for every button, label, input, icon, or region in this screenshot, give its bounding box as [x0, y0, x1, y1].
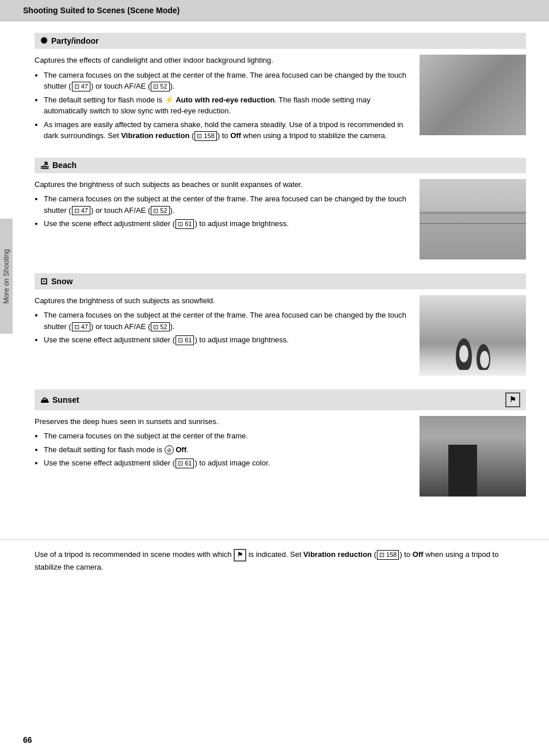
- page-number: 66: [23, 735, 32, 744]
- vibration-reduction-label: Vibration reduction: [121, 131, 189, 140]
- ref-box: ⊡ 47: [72, 206, 90, 215]
- section-header-snow: ⊡ Snow: [35, 273, 526, 289]
- header-title: Shooting Suited to Scenes (Scene Mode): [23, 6, 180, 15]
- party-content: Captures the effects of candlelight and …: [35, 55, 526, 144]
- sunset-title-row: ⛰ Sunset: [40, 395, 79, 404]
- snow-content: Captures the brightness of such subjects…: [35, 295, 526, 376]
- party-bullet-1: The camera focuses on the subject at the…: [44, 70, 410, 92]
- flash-off-circle-icon: ⊘: [165, 445, 174, 455]
- sunset-text: Preserves the deep hues seen in sunsets …: [35, 416, 410, 471]
- beach-bullet-2: Use the scene effect adjustment slider (…: [44, 218, 410, 230]
- sunset-icon: ⛰: [40, 395, 49, 404]
- party-title: Party/indoor: [51, 36, 98, 45]
- building-silhouette: [448, 445, 477, 497]
- sunset-image-inner: [420, 416, 526, 497]
- beach-intro: Captures the brightness of such subjects…: [35, 179, 410, 190]
- page-header: Shooting Suited to Scenes (Scene Mode): [0, 0, 549, 21]
- ref-box: ⊡ 52: [151, 322, 169, 331]
- bottom-note: Use of a tripod is recommended in scene …: [35, 549, 526, 574]
- penguin-1: [456, 338, 472, 370]
- ref-box: ⊡ 61: [176, 459, 194, 468]
- beach-bullet-1: The camera focuses on the subject at the…: [44, 193, 410, 216]
- off-label: Off: [230, 131, 241, 140]
- sunset-bullets: The camera focuses on the subject at the…: [35, 430, 410, 469]
- beach-icon: 🏖: [40, 161, 49, 170]
- ref-box: ⊡ 47: [72, 82, 90, 91]
- section-header-beach: 🏖 Beach: [35, 158, 526, 173]
- main-content: ✺ Party/indoor Captures the effects of c…: [0, 21, 549, 522]
- ref-box: ⊡ 61: [176, 219, 194, 228]
- snow-image: [420, 295, 526, 376]
- beach-image-inner: [420, 179, 526, 259]
- tripod-warning-icon: ⚑: [505, 392, 520, 407]
- section-sunset: ⛰ Sunset ⚑ Preserves the deep hues seen …: [35, 390, 526, 497]
- beach-image: [420, 179, 526, 259]
- snow-bullet-2: Use the scene effect adjustment slider (…: [44, 334, 410, 346]
- ref-box: ⊡ 52: [151, 82, 169, 91]
- party-bullet-3: As images are easily affected by camera …: [44, 119, 410, 142]
- section-snow: ⊡ Snow Captures the brightness of such s…: [35, 273, 526, 376]
- party-icon: ✺: [40, 36, 48, 46]
- footer-off-label: Off: [413, 550, 424, 559]
- party-bullet-2: The default setting for flash mode is ⚡ …: [44, 94, 410, 117]
- sunset-image: [420, 416, 526, 497]
- party-image: [420, 55, 526, 135]
- snow-bullets: The camera focuses on the subject at the…: [35, 310, 410, 346]
- beach-text: Captures the brightness of such subjects…: [35, 179, 410, 232]
- snow-text: Captures the brightness of such subjects…: [35, 295, 410, 348]
- section-beach: 🏖 Beach Captures the brightness of such …: [35, 158, 526, 259]
- beach-title: Beach: [52, 161, 77, 170]
- beach-content: Captures the brightness of such subjects…: [35, 179, 526, 259]
- section-header-sunset: ⛰ Sunset ⚑: [35, 390, 526, 410]
- section-party: ✺ Party/indoor Captures the effects of c…: [35, 33, 526, 144]
- footer-vibration-label: Vibration reduction: [303, 550, 372, 559]
- section-header-party: ✺ Party/indoor: [35, 33, 526, 49]
- auto-red-eye-label: Auto with red-eye reduction: [176, 96, 274, 104]
- sunset-title: Sunset: [52, 395, 79, 404]
- sunset-intro: Preserves the deep hues seen in sunsets …: [35, 416, 410, 427]
- beach-bullets: The camera focuses on the subject at the…: [35, 193, 410, 230]
- snow-title: Snow: [51, 277, 73, 286]
- snow-icon: ⊡: [40, 276, 48, 287]
- footer-tripod-icon: ⚑: [234, 549, 246, 562]
- party-intro: Captures the effects of candlelight and …: [35, 55, 410, 66]
- sunset-bullet-1: The camera focuses on the subject at the…: [44, 430, 410, 442]
- party-image-inner: [420, 55, 526, 135]
- page-footer: Use of a tripod is recommended in scene …: [0, 539, 549, 583]
- sunset-bullet-2: The default setting for flash mode is ⊘ …: [44, 444, 410, 456]
- ref-box: ⊡ 61: [176, 335, 194, 345]
- penguin-2: [476, 344, 490, 370]
- off-label: Off: [176, 445, 186, 454]
- sunset-bullet-3: Use the scene effect adjustment slider (…: [44, 457, 410, 469]
- penguin-container: [456, 338, 490, 376]
- snow-bullet-1: The camera focuses on the subject at the…: [44, 310, 410, 332]
- ref-box: ⊡ 52: [151, 206, 169, 215]
- ref-box: ⊡ 158: [195, 131, 216, 140]
- ref-box: ⊡ 47: [72, 322, 90, 331]
- party-text: Captures the effects of candlelight and …: [35, 55, 410, 144]
- beach-horizon: [420, 223, 526, 224]
- ref-box: ⊡ 158: [377, 550, 399, 559]
- snow-intro: Captures the brightness of such subjects…: [35, 295, 410, 307]
- party-bullets: The camera focuses on the subject at the…: [35, 70, 410, 142]
- sunset-content: Preserves the deep hues seen in sunsets …: [35, 416, 526, 497]
